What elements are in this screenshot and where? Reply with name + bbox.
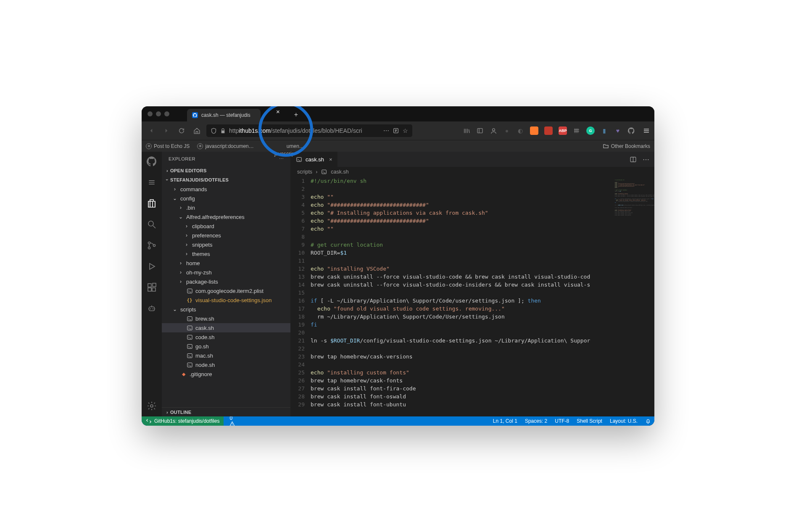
- tree-file[interactable]: ◆.gitignore: [162, 369, 290, 379]
- library-icon[interactable]: [463, 127, 470, 134]
- tree-item-label: node.sh: [195, 362, 215, 368]
- home-button[interactable]: [191, 125, 202, 136]
- tree-file[interactable]: mac.sh: [162, 351, 290, 360]
- other-bookmarks[interactable]: Other Bookmarks: [603, 143, 650, 149]
- editor-tab[interactable]: cask.sh ×: [290, 152, 338, 167]
- tree-file[interactable]: code.sh: [162, 332, 290, 342]
- tree-folder[interactable]: ⌄config: [162, 194, 290, 203]
- tree-file[interactable]: cask.sh: [162, 323, 290, 332]
- tab-title: cask.sh — stefanjudis: [201, 112, 250, 118]
- tree-file[interactable]: brew.sh: [162, 314, 290, 323]
- status-spaces[interactable]: Spaces: 2: [525, 418, 547, 424]
- ext-icon-4[interactable]: ♥: [614, 127, 622, 134]
- window-close-button[interactable]: [148, 111, 153, 116]
- remote-indicator[interactable]: GitHub1s: stefanjudis/dotfiles: [142, 416, 224, 426]
- url-more-icon[interactable]: ⋯: [383, 127, 389, 134]
- tree-folder[interactable]: ›.bin: [162, 203, 290, 212]
- ext-badge-grammarly[interactable]: G: [586, 126, 595, 135]
- tree-folder[interactable]: ›clipboard: [162, 221, 290, 231]
- new-tab-button[interactable]: +: [294, 111, 298, 119]
- obscured-bookmark-text: javascrip: [274, 151, 294, 157]
- ext-badge-abp[interactable]: ABP: [559, 126, 567, 135]
- bookmark-star-icon[interactable]: ☆: [403, 127, 408, 134]
- ext-icon-3[interactable]: ▮: [601, 127, 608, 134]
- tab-favicon: [192, 112, 198, 118]
- minimap[interactable]: #!/usr/bin/env sh echo ""echo "#########…: [613, 177, 654, 416]
- window-minimize-button[interactable]: [156, 111, 161, 116]
- status-encoding[interactable]: UTF-8: [555, 418, 569, 424]
- shell-file-icon: [186, 343, 193, 350]
- globe-icon: ⊕: [146, 143, 152, 149]
- tree-folder[interactable]: ›oh-my-zsh: [162, 268, 290, 277]
- tracking-shield-icon[interactable]: [211, 128, 217, 134]
- sidebar-icon[interactable]: [476, 127, 484, 134]
- hamburger-menu-icon[interactable]: [643, 127, 650, 134]
- breadcrumb[interactable]: scripts › cask.sh: [290, 167, 654, 177]
- ext-icon-grid[interactable]: [573, 127, 580, 134]
- ext-icon-github[interactable]: [627, 127, 635, 134]
- tab-close-icon[interactable]: ×: [276, 108, 280, 115]
- repo-section[interactable]: › STEFANJUDIS/DOTFILES: [162, 175, 290, 184]
- explorer-more-icon[interactable]: ⋯: [279, 156, 284, 162]
- chevron-right-icon: ›: [316, 169, 317, 175]
- lock-icon[interactable]: [220, 128, 226, 134]
- window-maximize-button[interactable]: [164, 111, 169, 116]
- source-control-icon[interactable]: [146, 240, 157, 251]
- status-lang[interactable]: Shell Script: [577, 418, 602, 424]
- outline-section[interactable]: › OUTLINE: [162, 407, 290, 416]
- tree-folder[interactable]: ›commands: [162, 184, 290, 194]
- menu-lines-icon[interactable]: [146, 177, 157, 188]
- tree-file[interactable]: go.sh: [162, 342, 290, 351]
- close-tab-icon[interactable]: ×: [329, 156, 332, 163]
- robot-icon[interactable]: [146, 303, 157, 314]
- tree-file[interactable]: node.sh: [162, 360, 290, 369]
- settings-gear-icon[interactable]: [146, 400, 157, 411]
- tree-folder[interactable]: ›preferences: [162, 231, 290, 240]
- account-icon[interactable]: [490, 127, 497, 134]
- svg-rect-19: [187, 344, 192, 348]
- back-button[interactable]: [146, 125, 157, 136]
- url-bar[interactable]: httpithub1s.com/stefanjudis/dotfiles/blo…: [206, 124, 412, 137]
- tree-folder[interactable]: ›home: [162, 258, 290, 268]
- extensions-icon[interactable]: [146, 282, 157, 293]
- status-bar: GitHub1s: stefanjudis/dotfiles 0 0 Ln 1,…: [142, 416, 654, 426]
- editor-more-icon[interactable]: ⋯: [643, 155, 649, 163]
- tree-item-label: Alfred.alfredpreferences: [186, 214, 245, 220]
- bookmark-item[interactable]: ⊕ Post to Echo JS: [146, 143, 190, 149]
- bell-icon[interactable]: [645, 418, 651, 424]
- split-editor-icon[interactable]: [630, 156, 637, 163]
- ext-badge-1[interactable]: [530, 126, 538, 135]
- chevron-right-icon: ›: [178, 269, 184, 275]
- ext-badge-2[interactable]: [544, 126, 553, 135]
- browser-titlebar: cask.sh — stefanjudis × +: [142, 106, 654, 121]
- github-logo-icon[interactable]: [146, 156, 157, 167]
- status-lncol[interactable]: Ln 1, Col 1: [493, 418, 517, 424]
- ext-icon-2[interactable]: ◐: [517, 127, 524, 134]
- tree-folder[interactable]: ›snippets: [162, 240, 290, 249]
- tree-folder[interactable]: ›themes: [162, 249, 290, 258]
- reload-button[interactable]: [176, 125, 187, 136]
- forward-button[interactable]: [161, 125, 172, 136]
- explorer-icon[interactable]: [146, 198, 157, 209]
- browser-tab[interactable]: cask.sh — stefanjudis ×: [187, 109, 261, 121]
- tree-folder[interactable]: ›package-lists: [162, 277, 290, 286]
- reader-mode-icon[interactable]: [393, 127, 399, 134]
- run-debug-icon[interactable]: [146, 261, 157, 272]
- tree-file[interactable]: {}visual-studio-code-settings.json: [162, 295, 290, 305]
- shell-file-icon: [186, 287, 193, 294]
- tree-folder[interactable]: ⌄scripts: [162, 305, 290, 314]
- ext-icon-1[interactable]: ●: [503, 127, 511, 134]
- bookmark-item-partial[interactable]: umen…: [287, 143, 304, 149]
- open-editors-section[interactable]: › OPEN EDITORS: [162, 166, 290, 175]
- tree-folder[interactable]: ⌄Alfred.alfredpreferences: [162, 212, 290, 221]
- bookmark-item[interactable]: ⊕ javascript:documen…: [197, 143, 253, 149]
- chevron-down-icon: ›: [165, 177, 170, 183]
- status-layout[interactable]: Layout: U.S.: [610, 418, 638, 424]
- search-icon[interactable]: [146, 219, 157, 230]
- code-editor[interactable]: 1234567891011121314151617181920212223242…: [290, 177, 654, 416]
- json-file-icon: {}: [186, 297, 193, 303]
- svg-point-4: [148, 242, 150, 244]
- svg-rect-18: [187, 335, 192, 339]
- tree-file[interactable]: com.googlecode.iterm2.plist: [162, 286, 290, 295]
- bookmark-bar: ⊕ Post to Echo JS ⊕ javascript:documen… …: [142, 140, 654, 152]
